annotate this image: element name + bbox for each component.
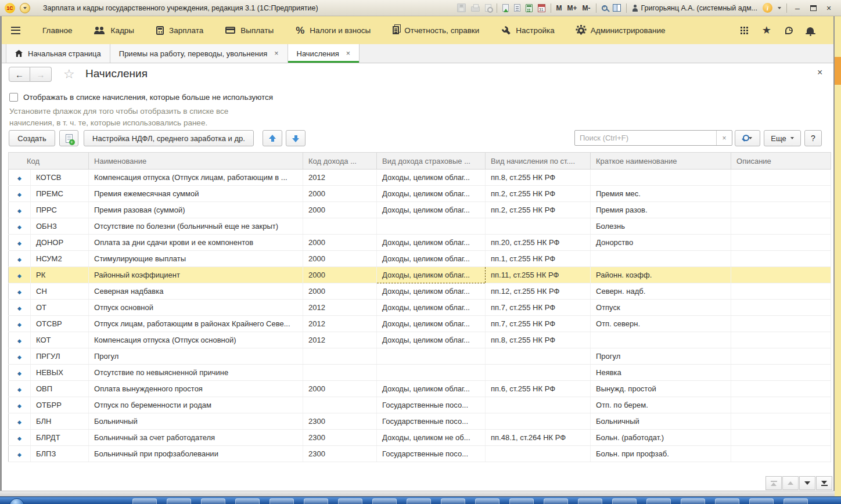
table-row[interactable]: ◆ОВПОплата вынужденного простоя2000Доход… [9,381,831,397]
column-header-description[interactable]: Описание [731,153,831,170]
split-window-icon[interactable] [613,4,621,12]
menu-item-nastroyka[interactable]: Настройка [501,26,554,35]
menu-item-otchetnost[interactable]: Отчетность, справки [393,26,479,35]
go-prev-button[interactable] [782,476,799,490]
taskbar-app-button[interactable] [475,498,499,504]
menu-item-kadry[interactable]: Кадры [95,26,134,35]
print-icon[interactable] [471,6,480,12]
zoom-icon[interactable] [602,5,608,11]
forward-button[interactable]: → [30,67,52,82]
column-header-short-name[interactable]: Краткое наименование [591,153,731,170]
move-down-button[interactable] [286,130,306,146]
taskbar-app-button[interactable] [167,498,191,504]
memory-m-minus-button[interactable]: M- [583,4,591,12]
table-row[interactable]: ◆ПРГУЛПрогулПрогул [9,348,831,365]
table-row[interactable]: ◆ОТСВРОтпуск лицам, работающим в районах… [9,316,831,332]
taskbar-app-button[interactable] [201,498,225,504]
calendar-icon[interactable] [538,4,545,12]
table-row[interactable]: ◆ПРРСПремия разовая (суммой)2000Доходы, … [9,202,831,218]
ndfl-settings-button[interactable]: Настройка НДФЛ, среднего заработка и др. [84,130,254,146]
taskbar-app-button[interactable] [235,498,260,504]
back-button[interactable]: ← [9,67,30,82]
tab-nachisleniya[interactable]: Начисления × [288,44,360,63]
table-row[interactable]: ◆НСУМ2Стимулирующие выплаты2000Доходы, ц… [9,251,831,267]
column-header-name[interactable]: Наименование [89,153,303,170]
more-button[interactable]: Еще [764,130,801,146]
go-last-button[interactable] [816,476,832,490]
create-button[interactable]: Создать [9,130,55,146]
taskbar-app-button[interactable] [715,498,739,504]
show-unused-checkbox[interactable] [9,93,18,102]
table-row[interactable]: ◆БЛНБольничный2300Государственные посо..… [9,413,831,430]
close-icon[interactable]: × [346,49,350,57]
taskbar-app-button[interactable] [441,498,465,504]
document-green-arrow-icon[interactable] [502,4,509,12]
column-header-income-kind[interactable]: Вид дохода страховые ... [377,153,486,170]
table-row[interactable]: ◆РКРайонный коэффициент2000Доходы, целик… [9,267,831,283]
current-user[interactable]: Григорьянц А.А. (системный адм... [632,4,757,12]
show-unused-checkbox-row[interactable]: Отображать в списке начисления, которые … [9,93,273,102]
close-icon[interactable]: × [274,49,278,57]
taskbar-app-button[interactable] [578,498,602,504]
taskbar-app-button[interactable] [372,498,397,504]
menu-item-nalogi[interactable]: % Налоги и взносы [296,26,371,35]
taskbar-app-button[interactable] [407,498,431,504]
taskbar-app-button[interactable] [544,498,568,504]
table-row[interactable]: ◆КОТСВКомпенсация отпуска (Отпуск лицам,… [9,170,831,186]
notifications-bell-icon[interactable] [807,27,814,34]
table-row[interactable]: ◆БЛРДТБольничный за счет работодателя230… [9,430,831,446]
tab-home[interactable]: Начальная страница [6,44,110,63]
favorites-star-icon[interactable]: ★ [762,25,771,35]
taskbar-app-button[interactable] [612,498,637,504]
system-menu-button[interactable] [20,3,30,13]
start-button[interactable] [9,498,24,504]
taskbar-app-button[interactable] [784,498,808,504]
taskbar-app-button[interactable] [304,498,328,504]
taskbar-app-button[interactable] [269,498,294,504]
column-header-income-code[interactable]: Код дохода ... [303,153,377,170]
table-row[interactable]: ◆ОТБРРОтпуск по беременности и родамГосу… [9,397,831,413]
menu-item-glavnoe[interactable]: Главное [42,26,73,35]
taskbar-app-button[interactable] [509,498,534,504]
minimize-button[interactable]: – [792,4,803,12]
go-next-button[interactable] [799,476,815,490]
table-row[interactable]: ◆БЛПЗБольничный при профзаболевании2300Г… [9,446,831,462]
taskbar-app-button[interactable] [338,498,362,504]
table-row[interactable]: ◆ОТОтпуск основной2012Доходы, целиком об… [9,300,831,316]
help-button[interactable]: ? [804,130,822,146]
favorite-star-icon[interactable]: ☆ [63,67,75,82]
maximize-button[interactable] [808,4,818,12]
hamburger-menu-icon[interactable] [11,27,20,34]
column-header-code[interactable]: Код [9,153,89,170]
table-row[interactable]: ◆КОТКомпенсация отпуска (Отпуск основной… [9,332,831,348]
advanced-search-button[interactable] [735,130,760,146]
chevron-down-icon[interactable] [778,7,781,9]
taskbar-app-button[interactable] [132,498,157,504]
go-first-button[interactable] [765,476,782,490]
table-row[interactable]: ◆ПРЕМСПремия ежемесячная суммой2000Доход… [9,186,831,202]
form-close-icon[interactable]: × [817,67,822,78]
move-up-button[interactable] [263,130,282,146]
menu-item-vyplaty[interactable]: Выплаты [225,26,274,35]
info-icon[interactable]: i [763,3,772,13]
menu-item-administrirovanie[interactable]: Администрирование [577,26,666,35]
save-icon[interactable] [457,3,466,12]
menu-item-zarplata[interactable]: Зарплата [156,26,203,35]
history-icon[interactable] [785,27,793,34]
table-row[interactable]: ◆ОБНЗОтсутствие по болезни (больничный е… [9,218,831,235]
column-header-accrual-kind[interactable]: Вид начисления по ст.... [486,153,591,170]
memory-m-plus-button[interactable]: M+ [567,4,577,12]
print-preview-icon[interactable] [485,4,491,12]
copy-button[interactable] [59,130,78,146]
search-input[interactable] [575,131,716,145]
close-button[interactable]: × [824,4,834,12]
memory-m-button[interactable]: M [556,4,562,12]
tab-priemy[interactable]: Приемы на работу, переводы, увольнения × [110,44,288,63]
apps-grid-icon[interactable] [741,27,748,34]
table-row[interactable]: ◆ДОНОРОплата за дни сдачи крови и ее ком… [9,235,831,251]
taskbar-app-button[interactable] [646,498,671,504]
table-row[interactable]: ◆НЕВЫХОтсутствие по невыясненной причине… [9,365,831,381]
calculator-icon[interactable] [526,4,533,12]
taskbar-app-button[interactable] [749,498,774,504]
table-row[interactable]: ◆СНСеверная надбавка2000Доходы, целиком … [9,283,831,300]
